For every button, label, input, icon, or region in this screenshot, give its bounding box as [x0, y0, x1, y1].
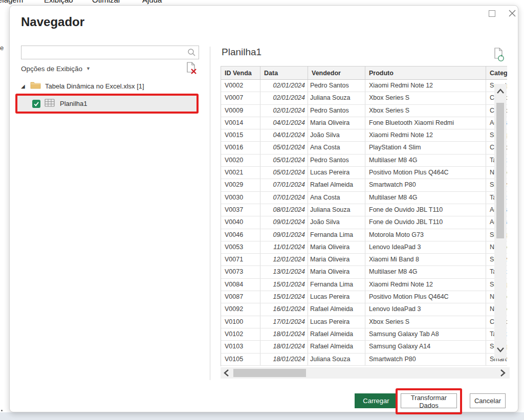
cell-vendedor: João Silva — [308, 216, 365, 228]
cell-produto: Multilaser M8 4G — [365, 154, 486, 166]
cell-vendedor: João Silva — [308, 129, 365, 141]
table-row: V0100 17/01/2024 Lucas Pereira Xbox Seri… — [221, 316, 507, 328]
table-row: V0015 04/01/2024 João Silva Xiaomi Redmi… — [221, 129, 507, 142]
expander-icon[interactable]: ◢ — [21, 83, 30, 89]
cancel-button[interactable]: Cancelar — [470, 393, 506, 408]
cell-id-venda: V0103 — [221, 341, 260, 352]
horizontal-scrollbar-thumb[interactable] — [233, 369, 306, 377]
display-options-label: Opções de Exibição — [21, 65, 82, 73]
cell-id-venda: V0016 — [221, 142, 260, 153]
cell-produto: Samsung Galaxy A14 — [365, 341, 486, 352]
cell-data: 15/01/2024 — [260, 291, 308, 303]
cell-id-venda: V0084 — [221, 279, 260, 291]
vertical-scrollbar[interactable] — [494, 84, 507, 359]
column-header-data: Data — [260, 67, 308, 79]
cell-produto: Positivo Motion Plus Q464C — [365, 291, 486, 303]
cell-vendedor: Pedro Santos — [308, 80, 365, 92]
cell-id-venda: V0087 — [221, 291, 260, 303]
table-row: V0030 07/01/2024 Ana Costa Multilaser M8… — [221, 192, 507, 204]
column-header-vendedor: Vendedor — [308, 67, 365, 79]
cell-produto: Xiaomi Redmi Note 12 — [365, 80, 486, 92]
tree-item-sheet[interactable]: Planilha1 — [17, 96, 198, 112]
menu-item-ajuda[interactable]: Ajuda — [142, 0, 162, 4]
cell-id-venda: V0073 — [221, 266, 260, 278]
scroll-right-icon[interactable] — [500, 369, 506, 379]
cell-data: 02/01/2024 — [260, 105, 308, 117]
cell-data: 04/01/2024 — [260, 117, 308, 129]
preview-title: Planilha1 — [222, 47, 261, 58]
scroll-down-icon[interactable] — [496, 345, 505, 355]
cell-vendedor: Ana Costa — [308, 142, 365, 153]
search-input[interactable] — [24, 47, 185, 58]
cell-produto: Xiaomi Redmi Note 12 — [365, 279, 486, 291]
column-header-categoria: Categoria — [486, 67, 507, 79]
navigator-dialog: Navegador Opções de Exibição▼ ◢ — [9, 5, 518, 412]
cell-id-venda: V0092 — [221, 303, 260, 315]
cell-vendedor: Fernanda Lima — [308, 229, 365, 241]
screen: elagem Exibição Otimizar Ajuda e Navegad… — [0, 0, 524, 420]
preview-table: ID Venda Data Vendedor Produto Categoria… — [221, 66, 507, 366]
table-header-row: ID Venda Data Vendedor Produto Categoria — [221, 66, 507, 80]
cell-vendedor: Juliana Souza — [308, 353, 365, 365]
cell-produto: Fone Bluetooth Xiaomi Redmi — [365, 117, 486, 129]
workbook-label: Tabela Dinâmica no Excel.xlsx [1] — [45, 82, 144, 90]
cell-vendedor: Rafael Almeida — [308, 341, 365, 352]
cancel-refresh-icon[interactable] — [186, 62, 197, 74]
display-options-dropdown[interactable]: Opções de Exibição▼ — [21, 65, 91, 73]
cell-produto: Lenovo IdeaPad 3 — [365, 241, 486, 253]
cell-vendedor: Rafael Almeida — [308, 303, 365, 315]
cell-produto: Xiaomi Mi Band 8 — [365, 254, 486, 266]
cell-data: 12/01/2024 — [260, 254, 308, 266]
menu-item-modelagem[interactable]: elagem — [0, 0, 23, 4]
close-icon[interactable] — [508, 9, 517, 18]
cell-id-venda: V0030 — [221, 192, 260, 204]
scroll-left-icon[interactable] — [224, 369, 229, 379]
table-row: V0009 02/01/2024 Pedro Santos Xbox Serie… — [221, 105, 507, 117]
cell-data: 02/01/2024 — [260, 92, 308, 104]
load-button[interactable]: Carregar — [355, 393, 398, 408]
horizontal-scrollbar[interactable] — [221, 367, 510, 379]
table-row: V0105 18/01/2024 Juliana Souza Smartwatc… — [221, 353, 507, 366]
cell-vendedor: Lucas Pereira — [308, 316, 365, 328]
sheet-checkbox[interactable] — [32, 100, 40, 108]
menu-item-exibicao[interactable]: Exibição — [44, 0, 73, 4]
cell-vendedor: Lucas Pereira — [308, 291, 365, 303]
refresh-preview-icon[interactable] — [493, 48, 505, 62]
cell-produto: Xiaomi Redmi Note 12 — [365, 129, 486, 141]
table-row: V0002 02/01/2024 Pedro Santos Xiaomi Red… — [221, 80, 507, 92]
cell-id-venda: V0015 — [221, 129, 260, 141]
tree-item-workbook[interactable]: ◢ Tabela Dinâmica no Excel.xlsx [1] — [21, 80, 144, 92]
menu-item-otimizar[interactable]: Otimizar — [92, 0, 121, 4]
background-edge-text: e — [0, 44, 4, 52]
cell-vendedor: Juliana Souza — [308, 204, 365, 216]
cell-vendedor: Rafael Almeida — [308, 328, 365, 340]
transform-data-button[interactable]: Transformar Dados — [401, 393, 457, 408]
dialog-title: Navegador — [21, 15, 84, 29]
cell-id-venda: V0102 — [221, 328, 260, 340]
table-row: V0103 18/01/2024 Rafael Almeida Samsung … — [221, 341, 507, 353]
cell-id-venda: V0020 — [221, 154, 260, 166]
cell-data: 18/01/2024 — [260, 353, 308, 365]
vertical-scrollbar-thumb[interactable] — [496, 103, 504, 238]
cell-id-venda: V0105 — [221, 353, 260, 365]
cell-id-venda: V0100 — [221, 316, 260, 328]
cell-produto: Multilaser M8 4G — [365, 266, 486, 278]
cell-data: 08/01/2024 — [260, 204, 308, 216]
cell-id-venda: V0053 — [221, 241, 260, 253]
cell-data: 02/01/2024 — [260, 80, 308, 92]
cell-data: 16/01/2024 — [260, 303, 308, 315]
cell-data: 18/01/2024 — [260, 341, 308, 352]
cell-vendedor: Pedro Santos — [308, 105, 365, 117]
cell-produto: Smartwatch P80 — [365, 179, 486, 191]
cell-produto: Fone de Ouvido JBL T110 — [365, 204, 486, 216]
cell-id-venda: V0029 — [221, 179, 260, 191]
table-row: V0071 12/01/2024 Maria Oliveira Xiaomi M… — [221, 254, 507, 266]
table-row: V0040 09/01/2024 João Silva Fone de Ouvi… — [221, 216, 507, 229]
cell-id-venda: V0002 — [221, 80, 260, 92]
cell-vendedor: Maria Oliveira — [308, 266, 365, 278]
cell-data: 05/01/2024 — [260, 154, 308, 166]
scroll-up-icon[interactable] — [496, 87, 505, 96]
maximize-icon[interactable] — [489, 10, 495, 17]
search-box — [21, 46, 199, 59]
table-row: V0007 02/01/2024 Juliana Souza Xbox Seri… — [221, 92, 507, 104]
